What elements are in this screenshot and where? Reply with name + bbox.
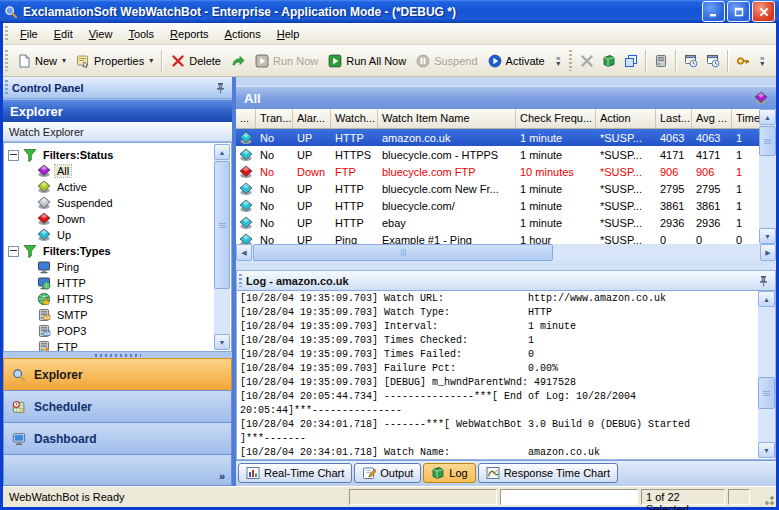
column-header[interactable]: Watch Item Name bbox=[378, 109, 516, 128]
scrollbar-thumb[interactable] bbox=[214, 161, 230, 289]
panel-grip[interactable] bbox=[5, 80, 8, 95]
pin-icon[interactable] bbox=[215, 82, 227, 94]
tree-item-ftp[interactable]: FTP bbox=[4, 339, 231, 352]
maximize-button[interactable] bbox=[727, 1, 750, 22]
tree-expander-icon[interactable] bbox=[8, 246, 19, 257]
tree-item-up[interactable]: Up bbox=[4, 227, 231, 243]
column-header[interactable]: Check Frequ... bbox=[516, 109, 596, 128]
table-row[interactable]: No UP HTTP ebay 1 minute *SUSP... 2936 2… bbox=[236, 214, 759, 231]
toolbar-overflow-icon[interactable]: »▾ bbox=[552, 48, 565, 74]
table-row[interactable]: No UP HTTP bluecycle.com New Fr... 1 min… bbox=[236, 180, 759, 197]
pin-icon[interactable] bbox=[758, 275, 770, 287]
column-header[interactable]: Last... bbox=[656, 109, 692, 128]
toolbar-overflow-icon[interactable]: »▾ bbox=[756, 48, 769, 74]
nav-explorer[interactable]: Explorer bbox=[3, 358, 232, 390]
cell-transaction: No bbox=[256, 217, 293, 229]
cell-alarm: UP bbox=[293, 217, 331, 229]
nav-scheduler[interactable]: Scheduler bbox=[3, 390, 232, 422]
menu-edit[interactable]: Edit bbox=[46, 25, 81, 43]
tree-item-ping[interactable]: Ping bbox=[4, 259, 231, 275]
clear-button[interactable] bbox=[576, 51, 598, 71]
server-button[interactable] bbox=[650, 51, 672, 71]
menu-file[interactable]: File bbox=[12, 25, 46, 43]
scroll-left-icon[interactable]: ◀ bbox=[236, 244, 252, 261]
table-row[interactable]: No UP Ping Example #1 - Ping 1 hour *SUS… bbox=[236, 231, 759, 244]
scroll-up-icon[interactable]: ▲ bbox=[758, 291, 775, 307]
menu-actions[interactable]: Actions bbox=[217, 25, 269, 43]
scroll-down-icon[interactable]: ▼ bbox=[214, 334, 230, 350]
table-row[interactable]: No Down FTP bluecycle.com FTP 10 minutes… bbox=[236, 163, 759, 180]
tree-scrollbar[interactable]: ▲ ▼ bbox=[214, 144, 230, 350]
table-vscrollbar[interactable]: ▲ ▼ bbox=[759, 109, 776, 244]
key-button[interactable] bbox=[732, 51, 754, 71]
menu-tools[interactable]: Tools bbox=[120, 25, 162, 43]
scroll-down-icon[interactable]: ▼ bbox=[758, 442, 775, 458]
tab-log[interactable]: Log bbox=[423, 463, 475, 483]
activate-button[interactable]: Activate bbox=[483, 51, 550, 71]
properties-button[interactable]: Properties▾ bbox=[71, 51, 158, 71]
run-now-button[interactable]: Run Now bbox=[250, 51, 323, 71]
scrollbar-thumb[interactable] bbox=[758, 377, 775, 409]
scrollbar-thumb[interactable] bbox=[759, 126, 776, 156]
table-row[interactable]: No UP HTTP amazon.co.uk 1 minute *SUSP..… bbox=[236, 129, 759, 146]
tab-response-time-chart[interactable]: Response Time Chart bbox=[478, 463, 618, 483]
run-all-now-button[interactable]: Run All Now bbox=[323, 51, 411, 71]
tree-item-https[interactable]: HTTPS bbox=[4, 291, 231, 307]
menu-reports[interactable]: Reports bbox=[162, 25, 217, 43]
tab-output[interactable]: Output bbox=[354, 463, 421, 483]
tree-item-http[interactable]: HTTP bbox=[4, 275, 231, 291]
table-row[interactable]: No UP HTTP bluecycle.com/ 1 minute *SUSP… bbox=[236, 197, 759, 214]
scroll-up-icon[interactable]: ▲ bbox=[214, 144, 230, 160]
menubar-grip[interactable] bbox=[5, 26, 8, 41]
column-header[interactable]: ... bbox=[236, 109, 256, 128]
delete-button[interactable]: Delete bbox=[166, 51, 226, 71]
scroll-down-icon[interactable]: ▼ bbox=[759, 228, 776, 244]
nav-overflow[interactable]: » bbox=[3, 454, 232, 486]
column-header[interactable]: Avg ... bbox=[692, 109, 732, 128]
toolbar-grip[interactable] bbox=[5, 50, 8, 72]
toolbar2-grip[interactable] bbox=[569, 50, 572, 72]
column-header[interactable]: Tran... bbox=[256, 109, 293, 128]
cell-time: 1 bbox=[732, 200, 759, 212]
new-button[interactable]: New▾ bbox=[12, 51, 71, 71]
log-output[interactable]: [10/28/04 19:35:09.703] Watch URL: http:… bbox=[236, 291, 776, 460]
column-header[interactable]: Time bbox=[732, 109, 759, 128]
panel-grip[interactable] bbox=[239, 274, 242, 287]
panel-gap bbox=[236, 261, 776, 270]
tree-item-filters-types[interactable]: Filters:Types bbox=[4, 243, 231, 259]
schedule-window-button[interactable] bbox=[680, 51, 702, 71]
column-header[interactable]: Watch... bbox=[331, 109, 378, 128]
table-hscrollbar[interactable]: ◀ ▶ bbox=[236, 244, 776, 261]
tree-item-pop3[interactable]: POP3 bbox=[4, 323, 231, 339]
resize-grip[interactable] bbox=[762, 493, 774, 505]
nav-dashboard[interactable]: Dashboard bbox=[3, 422, 232, 454]
scrollbar-thumb[interactable] bbox=[253, 244, 553, 261]
cell-avg: 0 bbox=[692, 234, 732, 245]
tree-item-all[interactable]: All bbox=[4, 163, 231, 179]
column-header[interactable]: Action bbox=[596, 109, 656, 128]
copy-button[interactable] bbox=[620, 51, 642, 71]
column-header[interactable]: Alar... bbox=[293, 109, 331, 128]
tree-item-filters-status[interactable]: Filters:Status bbox=[4, 147, 231, 163]
go-button[interactable] bbox=[226, 51, 250, 71]
tree-item-suspended[interactable]: Suspended bbox=[4, 195, 231, 211]
minimize-button[interactable] bbox=[702, 1, 725, 22]
menu-view[interactable]: View bbox=[81, 25, 121, 43]
table-row[interactable]: No UP HTTPS bluecycle.com - HTPPS 1 minu… bbox=[236, 146, 759, 163]
tree-item-down[interactable]: Down bbox=[4, 211, 231, 227]
scroll-up-icon[interactable]: ▲ bbox=[759, 109, 776, 125]
scroll-right-icon[interactable]: ▶ bbox=[760, 244, 776, 261]
tree-expander-icon[interactable] bbox=[8, 150, 19, 161]
close-button[interactable] bbox=[752, 1, 775, 22]
ftp-icon bbox=[37, 340, 51, 352]
cell-watch-type: HTTP bbox=[331, 200, 378, 212]
suspend-window-button[interactable] bbox=[702, 51, 724, 71]
view-log-button[interactable] bbox=[598, 51, 620, 71]
tab-real-time-chart[interactable]: Real-Time Chart bbox=[238, 463, 352, 483]
tree-item-smtp[interactable]: SMTP bbox=[4, 307, 231, 323]
tree-item-active[interactable]: Active bbox=[4, 179, 231, 195]
menu-help[interactable]: Help bbox=[269, 25, 308, 43]
log-vscrollbar[interactable]: ▲ ▼ bbox=[758, 291, 775, 458]
suspend-button[interactable]: Suspend bbox=[411, 51, 482, 71]
window-titlebar[interactable]: ExclamationSoft WebWatchBot - Enterprise… bbox=[0, 0, 779, 23]
